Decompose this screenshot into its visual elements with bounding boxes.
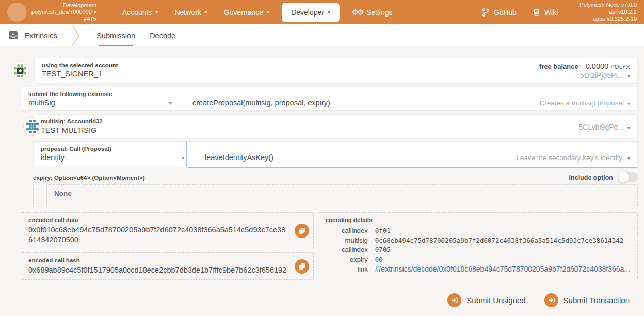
tab-decode[interactable]: Decode: [142, 24, 183, 46]
encoded-call-hash-box: encoded call hash 0x689ab89c4c5f0f151790…: [21, 252, 314, 280]
nav-network[interactable]: Network▾: [166, 2, 215, 23]
copy-call-data-button[interactable]: [295, 224, 309, 238]
version-info: Polymesh Node v7.0.0 api v10.2.2 apps v0…: [579, 2, 637, 23]
nav-developer[interactable]: Developer▾: [282, 3, 340, 22]
extrinsics-icon: [8, 31, 18, 40]
proposal-method: leaveIdentityAsKey(): [205, 153, 516, 162]
account-select-box[interactable]: using the selected account TEST_SIGNER_1…: [34, 58, 638, 84]
chevron-down-icon: ▾: [627, 155, 630, 161]
encoding-detail-row: link #/extrinsics/decode/0x0f010c68eb494…: [326, 264, 630, 275]
encoded-call-data-box: encoded call data 0x0f010c68eb494c75d787…: [21, 212, 314, 249]
chevron-down-icon: ▾: [627, 125, 630, 131]
chevron-down-icon: ▾: [205, 9, 207, 15]
node-version: Polymesh Node v7.0.0: [579, 2, 637, 9]
section-title-label: Extrinsics: [24, 31, 57, 40]
encoding-detail-row: callindex 0705: [326, 245, 630, 255]
free-balance-label: free balance: [539, 62, 578, 70]
chevron-down-icon: ▾: [627, 101, 630, 106]
tab-submission[interactable]: Submission: [89, 24, 142, 46]
expiry-value-box: None: [46, 184, 638, 207]
submit-transaction-button[interactable]: Submit Transaction: [544, 293, 630, 307]
proposal-section: proposal: Call (Proposal) identity▾ leav…: [33, 141, 638, 167]
chevron-down-icon: ▾: [328, 9, 330, 15]
decode-link[interactable]: #/extrinsics/decode/0x0f010c68eb494c75d7…: [375, 264, 630, 274]
account-label: using the selected account: [42, 62, 118, 68]
section-title: Extrinsics: [8, 24, 57, 46]
chain-block-number: #475: [31, 15, 96, 22]
toggle-knob: [618, 172, 629, 183]
nav-accounts[interactable]: Accounts▾: [114, 2, 167, 23]
encoded-call-hash-value: 0x689ab89c4c5f0f1517905a0ccd18ece2cbb7db…: [28, 265, 306, 275]
account-row: using the selected account TEST_SIGNER_1…: [6, 58, 638, 84]
expiry-param-body: None: [33, 184, 638, 207]
free-balance: free balance0.0000 POLYX: [539, 62, 630, 70]
nav-settings[interactable]: ⚙⚙Settings: [344, 2, 401, 23]
sign-in-icon: [544, 293, 558, 307]
balance-unit: POLYX: [610, 64, 630, 70]
chain-network: polymesh_dev/7000000: [31, 9, 92, 15]
tab-bar: Extrinsics Submission Decode: [0, 24, 644, 46]
chevron-down-icon: ▾: [627, 73, 630, 79]
nav-governance[interactable]: Governance▾: [216, 2, 278, 23]
method-signature: createProposal(multisig, proposal, expir…: [192, 99, 539, 107]
encoding-detail-row: multisig 0c68eb494c75d78700205a9b7f2d607…: [326, 236, 630, 246]
expiry-param-label: expiry: Option<u64> (Option<Moment>): [33, 175, 145, 181]
chain-selector[interactable]: Development polymesh_dev/7000000▾ #475: [31, 2, 96, 22]
account-identicon: [11, 62, 29, 80]
top-bar: Development polymesh_dev/7000000▾ #475 A…: [0, 0, 644, 24]
chain-name: Development: [31, 2, 96, 9]
encoding-details-box: encoding details callindex 0f01 multisig…: [318, 212, 638, 279]
encoding-details-label: encoding details: [326, 217, 630, 223]
gear-icon: ⚙⚙: [352, 8, 363, 17]
include-option-label: include option: [569, 174, 613, 181]
wiki-link[interactable]: Wiki: [525, 8, 566, 17]
multisig-address-dropdown[interactable]: 5CLybi9gPd...▾: [579, 123, 630, 131]
submit-unsigned-button[interactable]: Submit Unsigned: [447, 293, 525, 307]
encoding-detail-row: callindex 0f01: [326, 226, 630, 236]
multisig-identicon: [24, 118, 41, 135]
sign-in-icon: [447, 293, 461, 307]
encoding-detail-row: expiry 00: [326, 255, 630, 265]
chevron-down-icon: ▾: [155, 9, 158, 15]
copy-call-hash-button[interactable]: [295, 259, 309, 274]
action-buttons: Submit Unsigned Submit Transaction: [6, 293, 638, 307]
expiry-param-header: expiry: Option<u64> (Option<Moment>) inc…: [33, 172, 638, 182]
chevron-down-icon: ▾: [169, 100, 172, 106]
breadcrumb-chevron-icon: [72, 26, 80, 45]
proposal-method-select[interactable]: Leave the secondary key's identity.▾: [516, 154, 630, 162]
copy-icon: [298, 263, 305, 270]
account-address-dropdown[interactable]: 5Di2iPj35Pt...▾: [539, 71, 630, 80]
book-icon: [533, 8, 540, 17]
free-balance-value: 0.0000: [586, 62, 608, 70]
method-select[interactable]: Creates a multisig proposal▾: [539, 99, 630, 107]
chevron-down-icon: ▾: [267, 9, 269, 15]
proposal-pallet-select[interactable]: identity▾: [41, 153, 184, 162]
chevron-down-icon: ▾: [182, 155, 184, 161]
main-nav: Accounts▾ Network▾ Governance▾ Developer…: [114, 2, 401, 23]
proposal-param-row: proposal: Call (Proposal) identity▾ leav…: [33, 141, 638, 167]
include-option-toggle[interactable]: [618, 172, 638, 182]
extrinsic-label: submit the following extrinsic: [28, 91, 630, 97]
encoded-call-data-label: encoded call data: [28, 217, 306, 223]
expiry-value: None: [54, 189, 630, 197]
chevron-down-icon: ▾: [94, 9, 96, 15]
account-name: TEST_SIGNER_1: [42, 70, 118, 78]
multisig-name: TEST MULTISIG: [41, 126, 103, 134]
multisig-param-label: multisig: AccountId32: [41, 118, 103, 124]
api-version: api v10.2.2: [579, 9, 637, 16]
extrinsic-section: submit the following extrinsic multiSig▾…: [21, 87, 638, 111]
encoded-output-section: encoded call data 0x0f010c68eb494c75d787…: [21, 212, 638, 280]
proposal-param-label: proposal: Call (Proposal): [41, 146, 630, 152]
multisig-account-box[interactable]: multisig: AccountId32 TEST MULTISIG 5CLy…: [33, 114, 638, 138]
multisig-param-row: multisig: AccountId32 TEST MULTISIG 5CLy…: [6, 114, 638, 138]
encoded-call-data-value: 0x0f010c68eb494c75d78700205a9b7f2d6072c4…: [28, 225, 306, 245]
extrinsics-submission-page: using the selected account TEST_SIGNER_1…: [0, 46, 644, 307]
copy-icon: [298, 227, 305, 234]
encoded-call-hash-label: encoded call hash: [28, 257, 306, 263]
git-branch-icon: [482, 8, 490, 17]
github-link[interactable]: GitHub: [474, 8, 525, 17]
app-logo[interactable]: [7, 3, 26, 22]
pallet-select[interactable]: multiSig▾: [28, 99, 172, 107]
apps-version: apps v0.125.2-10: [579, 15, 637, 23]
